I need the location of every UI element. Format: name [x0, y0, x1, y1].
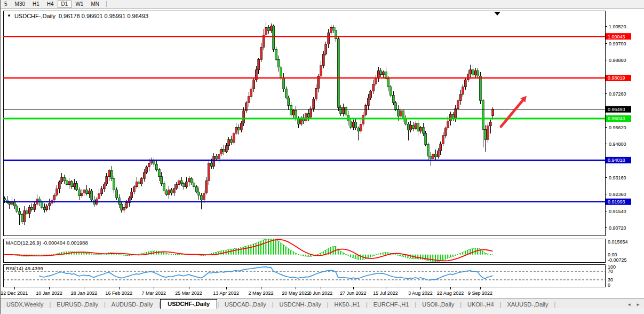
candle-bull [442, 136, 444, 144]
candle-bull [168, 190, 170, 194]
chart-tab-eurusd-daily[interactable]: EURUSD-,Daily [51, 300, 104, 309]
rsi-axis-label: 0 [608, 282, 610, 288]
candle-bull [492, 109, 494, 116]
candle-bull [176, 185, 178, 189]
candle-bull [320, 66, 322, 76]
candle-bear [434, 154, 436, 156]
candle-bull [205, 180, 208, 193]
macd-histogram-bar [353, 255, 354, 258]
timeframe-button-h1[interactable]: H1 [29, 1, 43, 7]
candle-bull [444, 128, 447, 136]
candle-bear [63, 177, 66, 180]
candle-bull [415, 123, 417, 129]
candle-bear [78, 190, 81, 196]
candle-bear [397, 109, 399, 116]
macd-indicator-label: MACD(12,26,9) -0.000404 0.001988 [6, 240, 88, 246]
candle-bull [375, 78, 377, 84]
price-badge-label: 0.94018 [608, 158, 625, 163]
candle-bear [285, 89, 287, 98]
chart-tab-usoil-daily[interactable]: USOil-,Daily [416, 300, 460, 309]
candle-bull [146, 167, 148, 172]
macd-histogram-bar [295, 253, 296, 255]
price-badge-label: 1.00043 [608, 34, 625, 40]
macd-axis-label: -0.00725 [608, 257, 627, 263]
chart-tab-usdchf-daily[interactable]: USDCHF-,Daily [160, 299, 217, 309]
candle-bull [382, 72, 384, 74]
chart-tab-hk50-h1[interactable]: HK50-,H1 [329, 300, 366, 309]
candle-bear [76, 184, 78, 190]
candle-bear [116, 190, 118, 198]
macd-histogram-bar [460, 253, 461, 254]
candle-bull [367, 98, 369, 105]
candle-bull [125, 202, 128, 207]
candle-bear [482, 100, 484, 129]
candle-bear [290, 105, 292, 115]
candle-bull [28, 207, 30, 214]
candle-bull [457, 100, 459, 108]
tab-scroll-right-icon[interactable]: ► [636, 302, 640, 307]
candle-bear [170, 190, 172, 193]
chart-canvas[interactable]: 1.000430.980190.964930.960430.940180.919… [1, 0, 644, 314]
timeframe-button-mn[interactable]: MN [87, 1, 103, 7]
price-badge-label: 0.98019 [608, 75, 625, 81]
macd-histogram-bar [332, 246, 333, 254]
macd-histogram-bar [245, 246, 247, 255]
price-axis-label: 0.90720 [609, 225, 626, 231]
macd-histogram-bar [442, 255, 443, 261]
candle-bear [110, 170, 113, 178]
rsi-panel: 10070300 [3, 264, 616, 288]
chart-tab-usdx-weekly[interactable]: USDX,Weekly [1, 300, 49, 309]
tab-scroll-left-icon[interactable]: ◄ [627, 302, 631, 307]
macd-histogram-bar [260, 241, 261, 255]
timeframe-toolbar: 5M30H1H4D1W1MN [1, 0, 644, 9]
macd-histogram-bar [427, 255, 428, 261]
timeframe-button-h4[interactable]: H4 [43, 1, 58, 7]
date-axis-label: 28 Jan 2022 [71, 291, 98, 296]
macd-histogram-bar [360, 255, 361, 260]
candle-bull [220, 149, 222, 154]
rsi-indicator-label: RSI(14) 49.4399 [6, 265, 43, 271]
timeframe-button-5[interactable]: 5 [1, 1, 11, 7]
trend-arrow[interactable] [501, 98, 524, 127]
macd-histogram-bar [385, 253, 386, 255]
candle-bull [464, 80, 466, 87]
candle-bull [365, 105, 367, 115]
tab-separator: | [554, 300, 555, 309]
candle-bull [213, 156, 215, 166]
chart-tab-eurchf-h1[interactable]: EURCHF-,H1 [368, 300, 415, 309]
candle-bull [400, 111, 402, 116]
candle-bear [407, 124, 409, 130]
chart-tab-usdcad-daily[interactable]: USDCAD-,Daily [219, 300, 272, 309]
chart-shift-marker[interactable] [494, 12, 500, 15]
candle-bull [310, 109, 312, 117]
chart-title-ohlc: 0.96178 0.96601 0.95991 0.96493 [59, 13, 148, 19]
macd-histogram-bar [308, 255, 309, 257]
candle-bull [352, 122, 354, 127]
candle-bull [432, 154, 434, 159]
chart-tab-ukoil-h4[interactable]: UKOil-,H4 [462, 300, 500, 309]
timeframe-button-d1[interactable]: D1 [58, 1, 72, 8]
candle-bear [395, 103, 397, 109]
candle-bull [103, 184, 105, 189]
timeframe-button-w1[interactable]: W1 [71, 1, 87, 7]
price-axis-label: 0.99700 [609, 41, 626, 46]
macd-histogram-bar [402, 255, 403, 257]
macd-axis-label: 0.015654 [608, 239, 628, 245]
candle-bull [377, 70, 379, 78]
macd-histogram-bar [285, 247, 287, 255]
macd-histogram-bar [330, 247, 331, 255]
chart-tab-usdcnh-daily[interactable]: USDCNH-,Daily [274, 300, 327, 309]
chart-tab-audusd-daily[interactable]: AUDUSD-,Daily [106, 300, 159, 309]
chart-tab-xauusd-daily[interactable]: XAUUSD-,Daily [501, 300, 554, 309]
candle-bear [4, 199, 6, 200]
symbol-dropdown-icon[interactable]: ▼ [7, 14, 11, 18]
macd-histogram-bar [163, 253, 164, 255]
macd-histogram-bar [238, 248, 239, 254]
macd-histogram-bar [430, 255, 431, 261]
candle-bear [335, 30, 337, 39]
macd-histogram-bar [293, 252, 294, 254]
timeframe-button-m30[interactable]: M30 [11, 1, 29, 7]
candle-bull [447, 121, 449, 128]
candle-bear [479, 76, 481, 100]
candle-bull [185, 182, 187, 187]
